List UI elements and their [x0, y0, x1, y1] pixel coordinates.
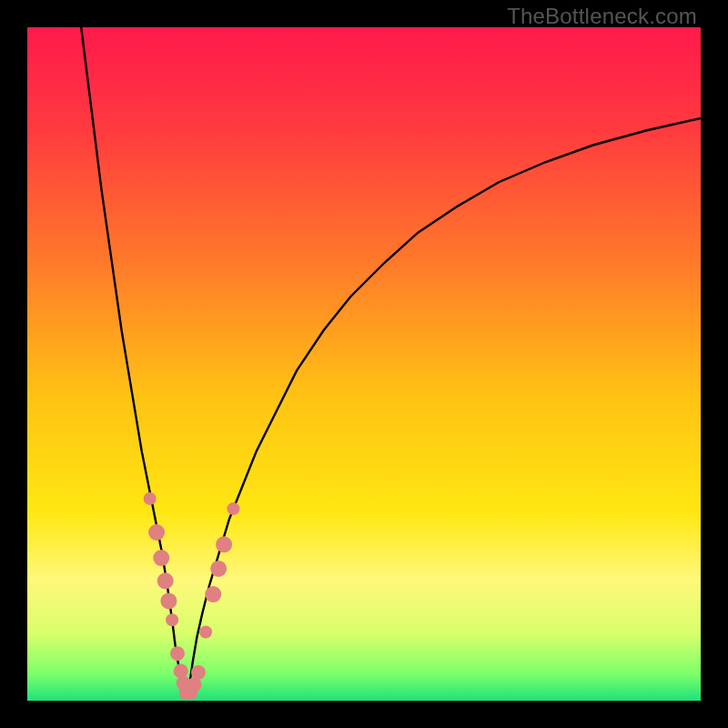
bottleneck-chart	[27, 27, 701, 701]
watermark-text: TheBottleneck.com	[507, 4, 697, 29]
marker-dot	[174, 663, 188, 678]
marker-dot	[216, 536, 232, 552]
marker-dot	[160, 592, 177, 609]
marker-dot	[199, 626, 212, 639]
marker-dot	[205, 586, 221, 602]
marker-dot	[227, 502, 239, 515]
marker-dot	[157, 572, 174, 589]
marker-dot	[210, 561, 227, 577]
marker-dot	[153, 550, 169, 566]
marker-dot	[170, 646, 185, 661]
marker-dot	[148, 524, 165, 541]
marker-dot	[191, 665, 206, 680]
chart-frame	[27, 27, 701, 701]
marker-dot	[166, 613, 178, 626]
marker-dot	[144, 492, 157, 505]
chart-background	[27, 27, 701, 701]
